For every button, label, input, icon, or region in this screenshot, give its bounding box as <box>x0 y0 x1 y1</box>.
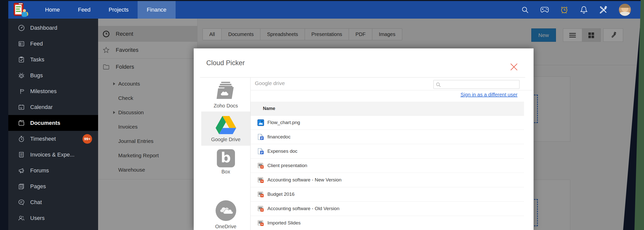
logo-clip <box>18 3 23 5</box>
sidebar-item-documents[interactable]: Documents <box>8 115 98 131</box>
pages-icon <box>18 183 25 190</box>
top-menu: Home Feed Projects Finance <box>36 1 176 19</box>
bug-icon <box>18 72 25 79</box>
logo-line <box>16 9 20 10</box>
gamepad-icon[interactable] <box>540 6 549 14</box>
doc-file-icon <box>257 134 264 140</box>
top-menu-finance[interactable]: Finance <box>138 1 175 19</box>
timesheet-icon <box>18 136 25 142</box>
sidebar-item-feed[interactable]: Feed <box>8 36 98 52</box>
sidebar-item-bugs[interactable]: Bugs <box>8 67 98 83</box>
file-name: Imported Slides <box>267 220 301 226</box>
users-icon <box>18 215 25 221</box>
sidebar-item-chat[interactable]: Chat <box>8 194 98 210</box>
signin-different-user-link[interactable]: Sign in as a different user <box>461 92 517 97</box>
file-name: Client presentation <box>267 163 307 168</box>
onedrive-icon <box>215 200 236 221</box>
sidebar-label: Dashboard <box>30 25 57 31</box>
sidebar-label: Feed <box>30 41 43 47</box>
logo-line <box>16 11 21 12</box>
calendar-icon <box>18 104 25 110</box>
sidebar-label: Timesheet <box>30 136 56 142</box>
window-edge-right <box>614 0 644 230</box>
file-row[interactable]: Client presentation <box>251 159 524 173</box>
service-zoho-docs[interactable]: Zoho Docs <box>201 81 250 108</box>
dashboard-icon <box>18 25 25 31</box>
close-icon[interactable] <box>509 62 518 71</box>
sidebar-label: Bugs <box>30 72 43 79</box>
service-google-drive[interactable]: Google Drive <box>201 111 250 146</box>
file-row[interactable]: Accounting software - New Version <box>251 173 524 187</box>
sidebar-item-forums[interactable]: Forums <box>8 163 98 178</box>
slides-file-icon <box>257 205 264 212</box>
service-label: Zoho Docs <box>201 103 250 109</box>
sidebar-item-timesheet[interactable]: Timesheet 99+ <box>8 131 98 147</box>
file-row[interactable]: Expenses doc <box>251 144 524 159</box>
slides-file-icon <box>257 162 264 169</box>
top-menu-projects[interactable]: Projects <box>100 1 138 19</box>
file-search-input[interactable] <box>442 81 518 88</box>
slides-file-icon <box>257 191 264 198</box>
sidebar-item-invoices-expenses[interactable]: $ Invoices & Expe... <box>8 147 98 163</box>
modal-title: Cloud Picker <box>206 59 245 67</box>
milestones-icon <box>18 88 25 95</box>
file-name: financedoc <box>267 134 291 140</box>
megaphone-icon <box>18 167 25 174</box>
service-box[interactable]: b Box <box>201 149 250 177</box>
file-row[interactable]: Budget 2016 <box>251 187 524 202</box>
sidebar-label: Users <box>30 215 45 221</box>
file-name: Accounting software - New Version <box>267 177 342 183</box>
cloud-picker-modal: Cloud Picker Zoho Docs Google Drive <box>194 48 534 230</box>
left-sidebar: Dashboard Feed Tasks Bugs Milestones Cal… <box>8 19 98 230</box>
file-name: Accounting software - Old Version <box>267 206 339 211</box>
bell-icon[interactable] <box>580 6 588 14</box>
image-file-icon <box>257 119 264 126</box>
zoho-docs-icon <box>216 81 236 100</box>
top-navbar: Home Feed Projects Finance <box>8 1 644 19</box>
file-row[interactable]: Imported Slides <box>251 216 524 230</box>
box-icon: b <box>217 149 235 167</box>
file-name: Flow_chart.png <box>267 120 300 125</box>
documents-icon <box>18 120 25 126</box>
file-row[interactable]: Accounting software - Old Version <box>251 202 524 216</box>
tools-icon[interactable] <box>599 6 608 14</box>
logo-line <box>16 6 21 7</box>
search-icon <box>436 82 441 88</box>
timesheet-badge: 99+ <box>83 134 92 144</box>
file-search-box[interactable] <box>433 80 519 89</box>
top-menu-home[interactable]: Home <box>36 1 69 19</box>
sidebar-item-tasks[interactable]: Tasks <box>8 52 98 67</box>
file-name: Expenses doc <box>267 148 297 154</box>
search-icon[interactable] <box>521 6 529 14</box>
sidebar-item-dashboard[interactable]: Dashboard <box>8 20 98 36</box>
file-list: Flow_chart.png financedoc Expenses doc C… <box>251 116 524 230</box>
slides-file-icon <box>257 177 264 183</box>
sidebar-label: Calendar <box>30 104 53 110</box>
provider-label: Google drive <box>255 80 285 86</box>
zoho-projects-logo-icon[interactable] <box>12 2 28 17</box>
file-row[interactable]: financedoc <box>251 130 524 144</box>
sidebar-item-pages[interactable]: Pages <box>8 178 98 194</box>
sidebar-item-calendar[interactable]: Calendar <box>8 99 98 115</box>
column-header-name: Name <box>263 106 275 111</box>
signin-row: Sign in as a different user <box>251 92 517 98</box>
window-edge-left <box>0 0 8 230</box>
alarm-clock-icon[interactable] <box>560 6 569 14</box>
sidebar-label: Invoices & Expe... <box>30 151 74 158</box>
sidebar-item-users[interactable]: Users <box>8 210 98 226</box>
slides-file-icon <box>257 220 264 226</box>
file-row[interactable]: Flow_chart.png <box>251 116 524 130</box>
feed-icon <box>18 41 25 47</box>
svg-text:$: $ <box>20 153 21 155</box>
file-list-header: Name <box>251 102 524 116</box>
invoice-icon: $ <box>18 151 25 158</box>
sidebar-label: Forums <box>30 167 49 174</box>
service-onedrive[interactable]: OneDrive <box>201 200 250 229</box>
tasks-icon <box>18 56 25 63</box>
sidebar-label: Documents <box>30 120 60 126</box>
google-drive-icon <box>216 116 236 134</box>
top-menu-feed[interactable]: Feed <box>69 1 100 19</box>
service-label: Box <box>201 169 250 175</box>
sidebar-label: Chat <box>30 199 42 206</box>
sidebar-item-milestones[interactable]: Milestones <box>8 83 98 99</box>
